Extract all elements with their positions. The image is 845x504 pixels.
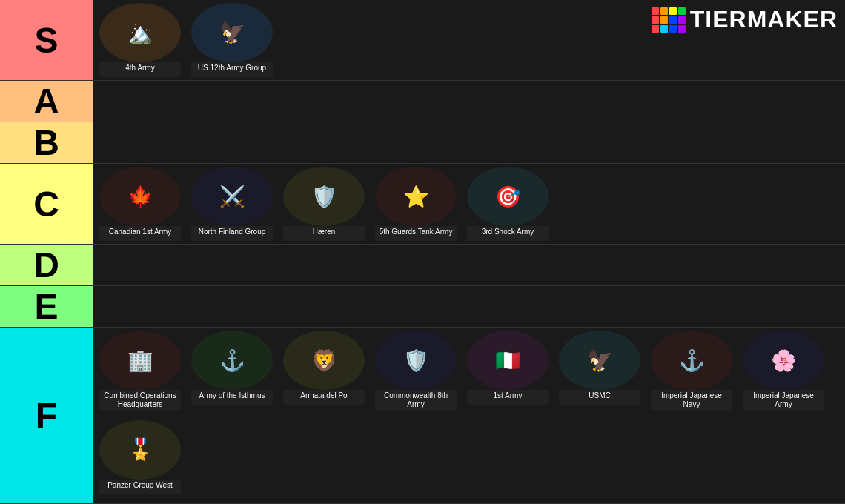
tier-item[interactable]: 🍁Canadian 1st Army xyxy=(96,167,185,241)
tier-item-label: Combined Operations Headquarters xyxy=(99,390,181,411)
tier-item-image: 🦁 xyxy=(283,331,365,390)
tier-item-image: ⚓ xyxy=(651,331,732,390)
tier-row-b: B xyxy=(0,122,845,164)
tier-item[interactable]: 🎯3rd Shock Army xyxy=(463,167,552,241)
tier-content-a xyxy=(93,81,845,122)
tier-item[interactable]: 🦅US 12th Army Group xyxy=(188,3,276,77)
tier-item-label: USMC xyxy=(559,390,640,405)
tier-item[interactable]: 🦁Armata del Po xyxy=(279,331,368,405)
tier-item[interactable]: 🎖️Panzer Group West xyxy=(96,420,185,494)
tier-item-label: Commonwealth 8th Army xyxy=(375,390,457,411)
tier-item-image: 🎖️ xyxy=(99,420,181,480)
tier-item-image: 🌸 xyxy=(743,331,824,390)
tier-item-image: 🇮🇹 xyxy=(467,331,549,390)
tier-item-image: 🏔️ xyxy=(99,3,181,62)
tier-item[interactable]: 🇮🇹1st Army xyxy=(463,331,552,405)
tiermaker-logo: TiERMAKER xyxy=(652,6,838,33)
tier-label-f: F xyxy=(0,328,93,503)
tier-item-label: 4th Army xyxy=(99,62,181,77)
tier-item[interactable]: ⚓Army of the Isthmus xyxy=(188,331,276,405)
page-wrapper: S🏔️4th Army🦅US 12th Army GroupABC🍁Canadi… xyxy=(0,0,845,504)
logo-dot xyxy=(678,7,686,15)
tier-item-label: Army of the Isthmus xyxy=(191,390,273,405)
logo-dot xyxy=(652,7,659,15)
tier-content-f: 🏢Combined Operations Headquarters⚓Army o… xyxy=(93,328,845,503)
tier-label-b: B xyxy=(0,122,93,163)
tier-item[interactable]: 🌸Imperial Japanese Army xyxy=(739,331,828,411)
tier-row-f: F🏢Combined Operations Headquarters⚓Army … xyxy=(0,328,845,504)
tier-item-label: Imperial Japanese Army xyxy=(743,390,824,411)
tier-row-a: A xyxy=(0,81,845,122)
tier-content-d xyxy=(93,245,845,285)
tier-list: S🏔️4th Army🦅US 12th Army GroupABC🍁Canadi… xyxy=(0,0,845,504)
tier-item-label: North Finland Group xyxy=(191,226,273,241)
tier-item-label: 5th Guards Tank Army xyxy=(375,226,457,241)
tier-item-image: 🛡️ xyxy=(375,331,457,390)
logo-dot xyxy=(660,16,668,24)
tier-item-label: Hæren xyxy=(283,226,365,241)
tier-item-image: 🛡️ xyxy=(283,167,365,226)
logo-dot xyxy=(652,25,659,33)
tier-item-label: 3rd Shock Army xyxy=(467,226,549,241)
tier-item-image: 🦅 xyxy=(191,3,273,62)
tier-content-c: 🍁Canadian 1st Army⚔️North Finland Group🛡… xyxy=(93,164,845,244)
tier-row-e: E xyxy=(0,286,845,328)
tier-item-label: Canadian 1st Army xyxy=(99,226,181,241)
tier-item-image: 🏢 xyxy=(99,331,181,390)
tier-content-e xyxy=(93,286,845,327)
tier-item[interactable]: 🏢Combined Operations Headquarters xyxy=(96,331,185,411)
tier-content-b xyxy=(93,122,845,163)
tier-item-label: Panzer Group West xyxy=(99,480,181,494)
logo-dot xyxy=(660,25,668,33)
tier-item-image: ⚔️ xyxy=(191,167,273,226)
tier-item[interactable]: 🦅USMC xyxy=(555,331,644,405)
tier-item-image: ⚓ xyxy=(191,331,273,390)
tier-item-label: US 12th Army Group xyxy=(191,62,273,77)
tier-label-s: S xyxy=(0,0,93,80)
logo-dot xyxy=(669,25,677,33)
logo-text: TiERMAKER xyxy=(690,6,838,33)
tier-label-e: E xyxy=(0,286,93,327)
tier-item-label: Imperial Japanese Navy xyxy=(651,390,732,411)
logo-dot xyxy=(678,16,686,24)
tier-label-c: C xyxy=(0,164,93,244)
tier-item[interactable]: 🛡️Commonwealth 8th Army xyxy=(371,331,460,411)
logo-dot xyxy=(669,16,677,24)
logo-dot xyxy=(669,7,677,15)
logo-grid xyxy=(652,7,686,33)
tier-item-image: ⭐ xyxy=(375,167,457,226)
tier-item[interactable]: ⭐5th Guards Tank Army xyxy=(371,167,460,241)
tier-item[interactable]: ⚔️North Finland Group xyxy=(188,167,276,241)
tier-row-c: C🍁Canadian 1st Army⚔️North Finland Group… xyxy=(0,164,845,245)
tier-item[interactable]: 🏔️4th Army xyxy=(96,3,185,77)
header-logo: TiERMAKER xyxy=(652,6,838,33)
tier-row-d: D xyxy=(0,245,845,286)
logo-dot xyxy=(660,7,668,15)
tier-item-image: 🍁 xyxy=(99,167,181,226)
tier-item[interactable]: ⚓Imperial Japanese Navy xyxy=(647,331,736,411)
tier-label-d: D xyxy=(0,245,93,285)
tier-item-label: Armata del Po xyxy=(283,390,365,405)
tier-label-a: A xyxy=(0,81,93,122)
tier-item-image: 🦅 xyxy=(559,331,640,390)
logo-dot xyxy=(678,25,686,33)
tier-item[interactable]: 🛡️Hæren xyxy=(279,167,368,241)
logo-dot xyxy=(652,16,659,24)
tier-item-image: 🎯 xyxy=(467,167,549,226)
tier-item-label: 1st Army xyxy=(467,390,549,405)
